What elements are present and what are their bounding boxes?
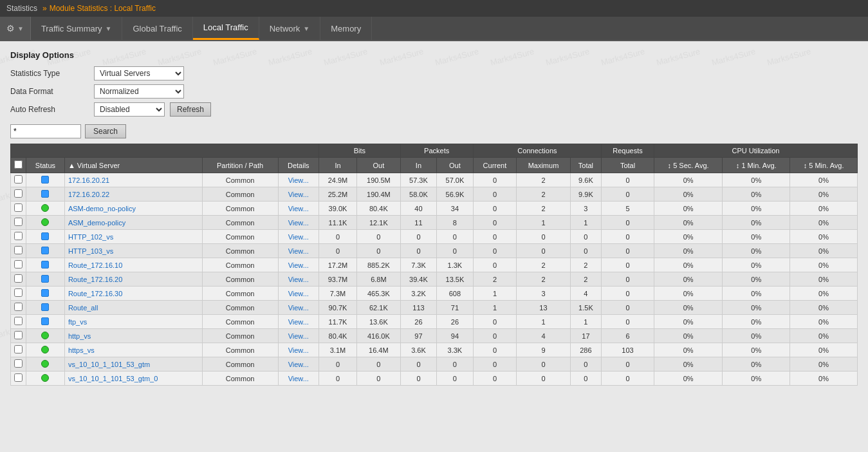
- virtual-server-link[interactable]: HTTP_103_vs: [68, 247, 113, 255]
- virtual-server-link[interactable]: Route_172.16.10: [68, 261, 122, 269]
- row-pkts-out: 8: [437, 216, 473, 230]
- row-checkbox[interactable]: [14, 218, 23, 226]
- virtual-server-link[interactable]: https_vs: [68, 346, 95, 354]
- col-pkts-in[interactable]: In: [400, 158, 436, 173]
- details-link[interactable]: View...: [288, 318, 309, 326]
- row-conn-total: 0: [570, 244, 602, 258]
- col-req-total[interactable]: Total: [602, 158, 654, 173]
- row-cpu-1m: 0%: [723, 272, 790, 287]
- details-link[interactable]: View...: [288, 361, 309, 368]
- virtual-server-link[interactable]: vs_10_10_1_101_53_gtm: [68, 361, 150, 368]
- details-link[interactable]: View...: [288, 191, 309, 198]
- refresh-button[interactable]: Refresh: [170, 102, 211, 117]
- details-link[interactable]: View...: [288, 233, 309, 241]
- virtual-server-link[interactable]: vs_10_10_1_101_53_gtm_0: [68, 375, 158, 382]
- virtual-server-link[interactable]: 172.16.20.22: [68, 191, 109, 198]
- row-cpu-5s: 0%: [654, 202, 723, 216]
- row-cpu-5s: 0%: [654, 287, 723, 301]
- tab-global-traffic[interactable]: Global Traffic: [122, 17, 192, 40]
- virtual-server-link[interactable]: ASM-demo_no-policy: [68, 205, 136, 212]
- row-checkbox[interactable]: [14, 260, 23, 268]
- row-checkbox[interactable]: [14, 345, 23, 353]
- table-row: ASM-demo_no-policy Common View... 39.0K …: [11, 202, 858, 216]
- virtual-server-link[interactable]: ASM_demo-policy: [68, 219, 125, 227]
- col-cpu-5m[interactable]: ↕ 5 Min. Avg.: [790, 158, 858, 173]
- col-conn-max[interactable]: Maximum: [517, 158, 570, 173]
- auto-refresh-select[interactable]: Disabled 10 seconds 30 seconds 60 second…: [94, 102, 165, 117]
- virtual-server-link[interactable]: Route_all: [68, 304, 98, 312]
- status-blue-icon: [41, 289, 49, 297]
- row-cpu-5m: 0%: [790, 173, 858, 187]
- virtual-server-link[interactable]: HTTP_102_vs: [68, 233, 113, 241]
- details-link[interactable]: View...: [288, 219, 309, 227]
- row-conn-max: 1: [517, 315, 570, 329]
- col-conn-total[interactable]: Total: [570, 158, 602, 173]
- virtual-server-link[interactable]: http_vs: [68, 332, 91, 340]
- gear-dropdown-icon: ▼: [17, 25, 24, 32]
- row-req-total: 0: [602, 258, 654, 272]
- virtual-server-link[interactable]: ftp_vs: [68, 318, 87, 326]
- tab-traffic-summary[interactable]: Traffic Summary ▼: [31, 17, 123, 40]
- row-checkbox[interactable]: [14, 246, 23, 254]
- select-all-checkbox[interactable]: [14, 160, 23, 169]
- status-green-icon: [41, 360, 49, 368]
- details-link[interactable]: View...: [288, 261, 309, 269]
- col-bits-in[interactable]: In: [319, 158, 356, 173]
- details-link[interactable]: View...: [288, 290, 309, 297]
- row-conn-cur: 0: [473, 258, 517, 272]
- row-checkbox[interactable]: [14, 203, 23, 212]
- virtual-server-link[interactable]: Route_172.16.20: [68, 276, 122, 283]
- row-checkbox[interactable]: [14, 232, 23, 240]
- row-conn-total: 1.5K: [570, 301, 602, 315]
- status-blue-icon: [41, 190, 49, 198]
- row-checkbox[interactable]: [14, 175, 23, 184]
- details-link[interactable]: View...: [288, 304, 309, 312]
- row-checkbox[interactable]: [14, 189, 23, 198]
- col-virtual-server[interactable]: ▲ Virtual Server: [64, 158, 202, 173]
- row-checkbox-cell: [11, 343, 26, 357]
- tab-network[interactable]: Network ▼: [259, 17, 321, 40]
- tab-local-traffic[interactable]: Local Traffic: [193, 17, 259, 40]
- status-blue-icon: [41, 303, 49, 311]
- row-conn-cur: 0: [473, 372, 517, 386]
- details-link[interactable]: View...: [288, 247, 309, 255]
- row-cpu-1m: 0%: [723, 230, 790, 244]
- row-conn-total: 9.9K: [570, 187, 602, 202]
- table-row: vs_10_10_1_101_53_gtm Common View... 0 0…: [11, 357, 858, 372]
- gear-menu[interactable]: ⚙ ▼: [0, 17, 31, 40]
- row-checkbox[interactable]: [14, 331, 23, 339]
- statistics-type-select[interactable]: Virtual Servers Pools Nodes iRules Profi…: [94, 66, 184, 80]
- col-pkts-out[interactable]: Out: [437, 158, 473, 173]
- row-cpu-1m: 0%: [723, 244, 790, 258]
- col-cpu-1m[interactable]: ↕ 1 Min. Avg.: [723, 158, 790, 173]
- row-checkbox[interactable]: [14, 317, 23, 325]
- search-input[interactable]: [10, 124, 81, 138]
- details-link[interactable]: View...: [288, 176, 309, 184]
- details-link[interactable]: View...: [288, 276, 309, 283]
- row-status: [26, 287, 65, 301]
- tab-memory[interactable]: Memory: [320, 17, 372, 40]
- col-cpu-5s[interactable]: ↕ 5 Sec. Avg.: [654, 158, 723, 173]
- col-details[interactable]: Details: [278, 158, 319, 173]
- row-checkbox[interactable]: [14, 274, 23, 283]
- details-link[interactable]: View...: [288, 205, 309, 212]
- data-format-select[interactable]: Normalized Raw: [94, 84, 184, 99]
- row-cpu-5m: 0%: [790, 258, 858, 272]
- virtual-server-link[interactable]: Route_172.16.30: [68, 290, 122, 297]
- col-status[interactable]: Status: [26, 158, 65, 173]
- col-conn-cur[interactable]: Current: [473, 158, 517, 173]
- col-bits-out[interactable]: Out: [357, 158, 401, 173]
- row-checkbox[interactable]: [14, 359, 23, 368]
- data-format-row: Data Format Normalized Raw: [10, 84, 858, 99]
- col-partition[interactable]: Partition / Path: [202, 158, 278, 173]
- details-link[interactable]: View...: [288, 375, 309, 382]
- row-conn-cur: 2: [473, 272, 517, 287]
- row-checkbox[interactable]: [14, 288, 23, 297]
- virtual-server-link[interactable]: 172.16.20.21: [68, 176, 109, 184]
- row-checkbox[interactable]: [14, 373, 23, 382]
- details-link[interactable]: View...: [288, 346, 309, 354]
- row-checkbox[interactable]: [14, 303, 23, 311]
- details-link[interactable]: View...: [288, 332, 309, 340]
- search-button[interactable]: Search: [85, 124, 126, 138]
- table-row: Route_172.16.10 Common View... 17.2M 885…: [11, 258, 858, 272]
